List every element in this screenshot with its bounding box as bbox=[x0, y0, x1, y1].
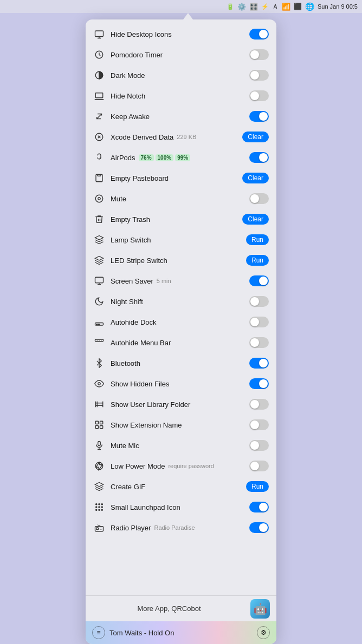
label-create-gif: Create GIF bbox=[111, 483, 241, 491]
toggle-mute[interactable] bbox=[249, 193, 269, 204]
svg-point-45 bbox=[101, 507, 102, 508]
toggle-knob-show-hidden-files bbox=[259, 379, 268, 388]
svg-rect-15 bbox=[95, 277, 104, 283]
date-time: Sun Jan 9 00:5 bbox=[318, 3, 358, 10]
svg-rect-50 bbox=[96, 528, 99, 530]
battery-chip: 100% bbox=[156, 154, 174, 161]
toggle-knob-autohide-dock bbox=[250, 318, 259, 326]
toggle-dark-mode[interactable] bbox=[249, 70, 269, 81]
toggle-pomodoro-timer[interactable] bbox=[249, 49, 269, 60]
toggle-show-user-library[interactable] bbox=[249, 399, 269, 410]
toggle-screen-saver[interactable] bbox=[249, 275, 269, 286]
toggle-knob-bluetooth bbox=[259, 359, 268, 367]
icon-dock bbox=[93, 316, 105, 328]
label-screen-saver: Screen Saver5 min bbox=[111, 277, 244, 285]
music-settings-icon[interactable]: ⚙ bbox=[257, 626, 270, 639]
svg-rect-19 bbox=[96, 324, 98, 325]
clear-button-empty-trash[interactable]: Clear bbox=[242, 214, 269, 225]
row-keep-awake: Keep Awake bbox=[86, 106, 276, 127]
toggle-bluetooth[interactable] bbox=[249, 358, 269, 369]
row-create-gif: Create GIFRun bbox=[86, 476, 276, 497]
label-show-hidden-files: Show Hidden Files bbox=[111, 380, 244, 388]
row-mute-mic: Mute Mic bbox=[86, 435, 276, 456]
toggle-knob-pomodoro-timer bbox=[250, 50, 259, 59]
svg-marker-13 bbox=[95, 236, 104, 240]
toggle-radio-player[interactable] bbox=[249, 522, 269, 533]
sub-low-power-mode: require password bbox=[168, 463, 214, 469]
svg-point-25 bbox=[98, 383, 101, 385]
svg-marker-14 bbox=[95, 257, 104, 261]
icon-desktop bbox=[93, 28, 105, 40]
battery-chip: 99% bbox=[175, 154, 190, 161]
icon-radio bbox=[93, 522, 105, 534]
toggle-low-power-mode[interactable] bbox=[249, 461, 269, 471]
svg-rect-10 bbox=[98, 174, 101, 176]
svg-line-6 bbox=[97, 114, 102, 119]
toggle-night-shift[interactable] bbox=[249, 296, 269, 307]
icon-bluetooth bbox=[93, 357, 105, 369]
svg-point-48 bbox=[101, 509, 102, 510]
svg-point-42 bbox=[101, 504, 102, 505]
panel-pointer bbox=[183, 13, 193, 19]
battery-icon: 🔋 bbox=[227, 3, 234, 10]
charging-icon: ⚡ bbox=[261, 3, 269, 10]
label-empty-pasteboard: Empty Pasteboard bbox=[111, 174, 237, 182]
svg-point-40 bbox=[96, 504, 97, 505]
row-show-hidden-files: Show Hidden Files bbox=[86, 373, 276, 394]
svg-marker-39 bbox=[95, 483, 104, 487]
row-empty-trash: Empty TrashClear bbox=[86, 209, 276, 229]
run-button-lamp-switch[interactable]: Run bbox=[246, 234, 269, 245]
row-dark-mode: Dark Mode bbox=[86, 65, 276, 86]
row-lamp-switch: Lamp SwitchRun bbox=[86, 229, 276, 250]
svg-rect-34 bbox=[100, 426, 103, 429]
row-airpods: AirPods76%100%99% bbox=[86, 147, 276, 168]
label-hide-desktop-icons: Hide Desktop Icons bbox=[111, 30, 244, 38]
toggle-knob-show-user-library bbox=[250, 400, 259, 409]
toggle-airpods[interactable] bbox=[249, 152, 269, 163]
audio-icon: 🎛️ bbox=[249, 3, 258, 11]
rows-scroll-area[interactable]: Hide Desktop IconsPomodoro TimerDark Mod… bbox=[86, 19, 276, 595]
toggle-knob-keep-awake bbox=[259, 112, 268, 121]
toggle-hide-desktop-icons[interactable] bbox=[249, 29, 269, 40]
toggle-show-extension-name[interactable] bbox=[249, 419, 269, 430]
row-radio-player: Radio PlayerRadio Paradise bbox=[86, 517, 276, 538]
profile-icon: 🌐 bbox=[305, 2, 314, 11]
label-radio-player: Radio PlayerRadio Paradise bbox=[111, 524, 244, 532]
toggle-knob-small-launchpad-icon bbox=[259, 503, 268, 511]
run-button-led-stripe-switch[interactable]: Run bbox=[246, 255, 269, 266]
label-pomodoro-timer: Pomodoro Timer bbox=[111, 51, 244, 59]
run-button-create-gif[interactable]: Run bbox=[246, 481, 269, 492]
row-autohide-dock: Autohide Dock bbox=[86, 312, 276, 332]
icon-speaker bbox=[93, 193, 105, 205]
icon-mic bbox=[93, 439, 105, 451]
label-led-stripe-switch: LED Stripe Switch bbox=[111, 257, 241, 265]
sub-radio-player: Radio Paradise bbox=[154, 524, 195, 531]
row-mute: Mute bbox=[86, 188, 276, 209]
more-app-button[interactable]: More App, QRCobot 🤖 bbox=[86, 595, 276, 621]
toggle-autohide-menu-bar[interactable] bbox=[249, 337, 269, 348]
label-mute: Mute bbox=[111, 195, 244, 203]
icon-layers bbox=[93, 254, 105, 266]
toggle-hide-notch[interactable] bbox=[249, 90, 269, 101]
icon-layers bbox=[93, 481, 105, 492]
toggle-keep-awake[interactable] bbox=[249, 111, 269, 122]
row-screen-saver: Screen Saver5 min bbox=[86, 271, 276, 291]
toggle-autohide-dock[interactable] bbox=[249, 317, 269, 327]
svg-point-47 bbox=[99, 509, 100, 510]
svg-rect-31 bbox=[95, 421, 98, 424]
toggle-knob-airpods bbox=[259, 153, 268, 162]
row-pomodoro-timer: Pomodoro Timer bbox=[86, 44, 276, 65]
svg-rect-33 bbox=[95, 426, 98, 429]
clear-button-empty-pasteboard[interactable]: Clear bbox=[242, 173, 269, 183]
icon-layers bbox=[93, 234, 105, 246]
sub-xcode-derived-data: 229 KB bbox=[177, 134, 196, 140]
toggle-mute-mic[interactable] bbox=[249, 440, 269, 451]
svg-rect-20 bbox=[99, 324, 100, 325]
icon-halfcircle bbox=[93, 69, 105, 81]
toggle-show-hidden-files[interactable] bbox=[249, 378, 269, 389]
main-panel: Hide Desktop IconsPomodoro TimerDark Mod… bbox=[86, 19, 276, 644]
svg-point-43 bbox=[96, 507, 97, 508]
icon-library bbox=[93, 398, 105, 410]
toggle-small-launchpad-icon[interactable] bbox=[249, 502, 269, 512]
clear-button-xcode-derived-data[interactable]: Clear bbox=[242, 132, 269, 142]
